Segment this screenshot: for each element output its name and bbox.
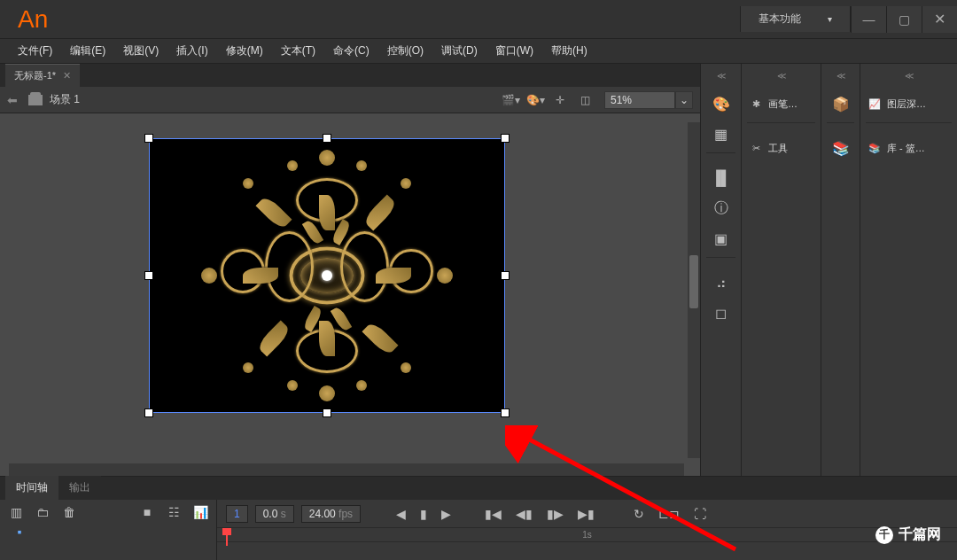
document-tabs: 无标题-1* ✕ xyxy=(0,64,700,87)
selection-handle-top-left[interactable] xyxy=(144,134,153,143)
collapse-icon[interactable]: ≪ xyxy=(860,71,957,83)
tools-label: 工具 xyxy=(768,142,788,155)
first-frame-icon[interactable]: ▮◀ xyxy=(481,507,505,521)
camera-icon[interactable]: ■ xyxy=(138,505,156,519)
trash-icon[interactable]: 🗑 xyxy=(60,505,78,519)
scene-name[interactable]: 场景 1 xyxy=(50,92,80,107)
panel-strip-1: ≪ 🎨 ▦ ▐▌ ⓘ ▣ ⠴ ◻ xyxy=(700,64,741,476)
paint-bucket-icon[interactable]: 🎨▾ xyxy=(525,89,546,111)
menu-view[interactable]: 视图(V) xyxy=(116,40,166,62)
folder-icon[interactable]: 🗀 xyxy=(34,505,51,519)
workspace-dropdown[interactable]: 基本功能 ▾ xyxy=(740,6,851,32)
watermark-icon: 千 xyxy=(875,526,893,544)
menu-command[interactable]: 命令(C) xyxy=(326,40,377,62)
library-panel-item[interactable]: 📚 库 - 篮… xyxy=(860,133,957,163)
onion-skin-icon[interactable]: ⊏⊐ xyxy=(655,507,683,521)
layer-depth-panel-item[interactable]: 📈 图层深… xyxy=(860,89,957,119)
brush-panel-item[interactable]: ✱ 画笔… xyxy=(742,89,821,119)
markers-icon[interactable]: ⛶ xyxy=(690,507,710,521)
library-label: 库 - 篮… xyxy=(887,142,925,155)
play-icon[interactable]: ▶ xyxy=(438,507,455,521)
menu-help[interactable]: 帮助(H) xyxy=(544,40,595,62)
info-icon[interactable]: ⓘ xyxy=(701,193,741,223)
step-forward-icon[interactable]: ▮▶ xyxy=(543,507,567,521)
layer-color-icon[interactable]: ▪ xyxy=(11,525,28,539)
stage[interactable] xyxy=(9,122,684,467)
stage-wrapper xyxy=(0,113,700,476)
graph-icon[interactable]: 📊 xyxy=(191,505,209,519)
minimize-button[interactable]: — xyxy=(851,6,886,33)
layers-icon[interactable]: ☷ xyxy=(165,505,183,519)
menu-insert[interactable]: 插入(I) xyxy=(169,40,214,62)
panel-strip-3: ≪ 📦 📚 xyxy=(821,64,860,476)
symbol-icon[interactable]: 📦 xyxy=(821,89,860,119)
vertical-scrollbar[interactable] xyxy=(688,122,700,458)
timeline-tabs: 时间轴 输出 xyxy=(0,477,957,500)
timeline-left: ▥ 🗀 🗑 ■ ☷ 📊 ▪ xyxy=(0,500,217,560)
color-palette-icon[interactable]: 🎨 xyxy=(701,89,741,119)
fps-value[interactable]: 24.00 fps xyxy=(301,505,361,523)
time-value[interactable]: 0.0 s xyxy=(255,505,294,523)
frame-icon[interactable]: ◻ xyxy=(701,298,741,328)
selection-handle-middle-left[interactable] xyxy=(144,271,153,280)
menu-modify[interactable]: 修改(M) xyxy=(219,40,270,62)
loop-icon[interactable]: ↻ xyxy=(630,507,648,521)
close-button[interactable]: ✕ xyxy=(922,6,957,33)
brush-label: 画笔… xyxy=(768,97,798,111)
clapperboard-dropdown-icon[interactable]: 🎬▾ xyxy=(500,89,521,111)
panel-column-4: ≪ 📈 图层深… 📚 库 - 篮… xyxy=(860,64,957,476)
collapse-icon[interactable]: ≪ xyxy=(701,71,741,83)
panel-column-2: ≪ ✱ 画笔… ✂ 工具 xyxy=(741,64,821,476)
collapse-icon[interactable]: ≪ xyxy=(821,71,860,83)
selection-handle-bottom-left[interactable] xyxy=(144,408,153,417)
chevron-down-icon: ▾ xyxy=(828,14,832,24)
back-arrow-icon[interactable]: ⬅ xyxy=(7,93,18,107)
last-frame-icon[interactable]: ▶▮ xyxy=(574,507,598,521)
timeline-ruler[interactable]: 1s xyxy=(217,528,957,542)
add-layer-icon[interactable]: ▥ xyxy=(7,505,25,519)
frame-number[interactable]: 1 xyxy=(226,505,248,523)
menu-edit[interactable]: 编辑(E) xyxy=(63,40,113,62)
menu-text[interactable]: 文本(T) xyxy=(274,40,323,62)
timeline-tab[interactable]: 时间轴 xyxy=(5,475,58,500)
books-icon[interactable]: 📚 xyxy=(821,133,860,163)
selection-handle-middle-right[interactable] xyxy=(501,271,510,280)
align-icon[interactable]: ▐▌ xyxy=(701,163,741,193)
timeline-mark: 1s xyxy=(582,530,592,540)
dots-icon[interactable]: ⠴ xyxy=(701,268,741,298)
stage-canvas[interactable] xyxy=(149,138,505,413)
zoom-select[interactable]: 51% xyxy=(604,91,675,109)
stop-icon[interactable]: ▮ xyxy=(416,507,431,521)
menu-window[interactable]: 窗口(W) xyxy=(488,40,541,62)
menubar: 文件(F) 编辑(E) 视图(V) 插入(I) 修改(M) 文本(T) 命令(C… xyxy=(0,39,957,64)
scrollbar-thumb[interactable] xyxy=(689,255,698,308)
prev-frame-icon[interactable]: ◀ xyxy=(393,507,409,521)
output-tab[interactable]: 输出 xyxy=(58,476,101,500)
layer-depth-label: 图层深… xyxy=(887,97,926,111)
crop-icon[interactable]: ◫ xyxy=(574,89,595,111)
selection-handle-bottom-right[interactable] xyxy=(501,408,510,417)
selection-handle-top-middle[interactable] xyxy=(323,134,331,143)
selection-handle-top-right[interactable] xyxy=(501,134,510,143)
document-tab[interactable]: 无标题-1* ✕ xyxy=(5,64,80,87)
zoom-dropdown-button[interactable]: ⌄ xyxy=(675,91,693,109)
workspace-label: 基本功能 xyxy=(759,12,801,27)
tools-icon: ✂ xyxy=(749,143,763,154)
timeline-panel: 时间轴 输出 ▥ 🗀 🗑 ■ ☷ 📊 ▪ 1 0.0 s xyxy=(0,476,957,560)
close-icon[interactable]: ✕ xyxy=(63,70,71,82)
transform-icon[interactable]: ▣ xyxy=(701,223,741,253)
ornament-image[interactable] xyxy=(194,143,460,408)
selection-handle-bottom-middle[interactable] xyxy=(323,408,331,417)
menu-file[interactable]: 文件(F) xyxy=(11,40,59,62)
collapse-icon[interactable]: ≪ xyxy=(742,71,821,83)
playhead[interactable] xyxy=(226,528,228,546)
horizontal-scrollbar[interactable] xyxy=(9,463,684,476)
maximize-button[interactable]: ▢ xyxy=(886,6,922,33)
step-back-icon[interactable]: ◀▮ xyxy=(512,507,536,521)
menu-debug[interactable]: 调试(D) xyxy=(434,40,485,62)
swatches-icon[interactable]: ▦ xyxy=(701,119,741,149)
menu-control[interactable]: 控制(O) xyxy=(380,40,431,62)
tools-panel-item[interactable]: ✂ 工具 xyxy=(742,133,821,163)
center-stage-icon[interactable]: ✛ xyxy=(549,89,571,111)
library-icon: 📚 xyxy=(868,143,882,154)
